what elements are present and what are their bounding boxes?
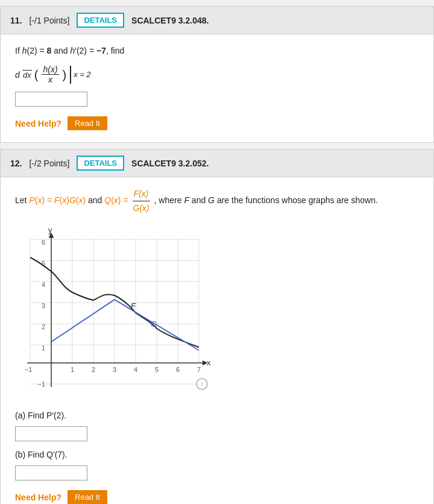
problem-11-statement: If h(2) = 8 and h′(2) = −7, find: [15, 44, 419, 57]
problem-11-header: 11. [-/1 Points] DETAILS SCALCET9 3.2.04…: [1, 7, 433, 34]
x-tick-6: 6: [176, 366, 180, 373]
problem-11-points: [-/1 Points]: [29, 16, 69, 25]
q-function: Q(x) = F(x) G(x): [104, 195, 154, 205]
x-tick-5: 5: [155, 366, 159, 373]
fraction-denominator: x: [47, 75, 54, 84]
x-tick-1: 1: [71, 366, 74, 373]
grid-lines: [30, 239, 199, 384]
problem-12-points: [-/2 Points]: [29, 159, 69, 168]
problem-11: 11. [-/1 Points] DETAILS SCALCET9 3.2.04…: [0, 6, 434, 143]
y-tick-2: 2: [42, 323, 45, 330]
x-tick-3: 3: [113, 366, 116, 373]
x-tick-2: 2: [92, 366, 95, 373]
y-axis-label: y: [48, 225, 52, 235]
problem-12-details-button[interactable]: DETAILS: [77, 156, 124, 171]
bracket-open: (: [34, 69, 39, 81]
y-tick--1: −1: [37, 380, 45, 388]
x-tick--1: −1: [25, 366, 33, 373]
problem-12-statement: Let P(x) = F(x)G(x) and Q(x) = F(x) G(x)…: [15, 187, 419, 215]
y-tick-4: 4: [42, 281, 45, 288]
problem-12-header: 12. [-/2 Points] DETAILS SCALCET9 3.2.05…: [1, 150, 433, 177]
problem-12-body: Let P(x) = F(x)G(x) and Q(x) = F(x) G(x)…: [1, 177, 433, 504]
problem-11-read-it-button[interactable]: Read It: [68, 116, 107, 130]
d-label: d: [15, 70, 20, 80]
sub-question-a: (a) Find P′(2).: [15, 411, 419, 441]
problem-11-answer-input[interactable]: [15, 92, 87, 107]
graph-container: x y −1 1 2 3 4 5 6 7 6 5 4 3 2 1 −: [15, 224, 419, 401]
x-tick-4: 4: [134, 366, 137, 373]
info-icon: i: [201, 380, 203, 388]
problem-11-number: 11.: [10, 16, 22, 25]
problem-12-read-it-button[interactable]: Read It: [68, 490, 107, 504]
g-label: G: [151, 320, 157, 329]
problem-11-ref: SCALCET9 3.2.048.: [131, 16, 209, 25]
sub-a-label: (a) Find P′(2).: [15, 411, 419, 420]
y-tick-1: 1: [42, 344, 45, 351]
x-axis-label: x: [207, 358, 211, 367]
sub-b-label: (b) Find Q′(7).: [15, 450, 419, 459]
g-curve: [51, 300, 199, 350]
divider-line: dx: [22, 70, 32, 80]
y-tick-6: 6: [42, 239, 45, 246]
problem-12-ref: SCALCET9 3.2.052.: [131, 159, 209, 168]
eval-bar: [69, 66, 71, 84]
need-help-label-11: Need Help?: [15, 119, 61, 128]
fraction-numerator: h(x): [42, 65, 58, 75]
sub-b-answer-input[interactable]: [15, 465, 87, 480]
sub-a-answer-input[interactable]: [15, 426, 87, 441]
bracket-close: ): [63, 69, 67, 81]
sub-question-b: (b) Find Q′(7).: [15, 450, 419, 480]
eval-point: x = 2: [74, 70, 91, 79]
problem-12: 12. [-/2 Points] DETAILS SCALCET9 3.2.05…: [0, 149, 434, 504]
fraction-hx-over-x: h(x) x: [42, 65, 58, 84]
function-graph: x y −1 1 2 3 4 5 6 7 6 5 4 3 2 1 −: [15, 224, 214, 399]
problem-11-body: If h(2) = 8 and h′(2) = −7, find d dx ( …: [1, 34, 433, 142]
problem-11-details-button[interactable]: DETAILS: [77, 13, 124, 28]
q-frac-den: G(x): [131, 201, 150, 215]
x-tick-7: 7: [197, 366, 201, 373]
problem-12-need-help: Need Help? Read It: [15, 490, 419, 504]
need-help-label-12: Need Help?: [15, 493, 61, 502]
q-frac-num: F(x): [133, 187, 150, 201]
p-function: P(x) = F(x)G(x): [29, 195, 86, 205]
f-label: F: [131, 301, 136, 310]
problem-11-need-help: Need Help? Read It: [15, 116, 419, 130]
math-expression: d dx ( h(x) x ) x = 2: [15, 65, 419, 84]
y-tick-3: 3: [42, 302, 45, 309]
problem-12-number: 12.: [10, 159, 22, 168]
